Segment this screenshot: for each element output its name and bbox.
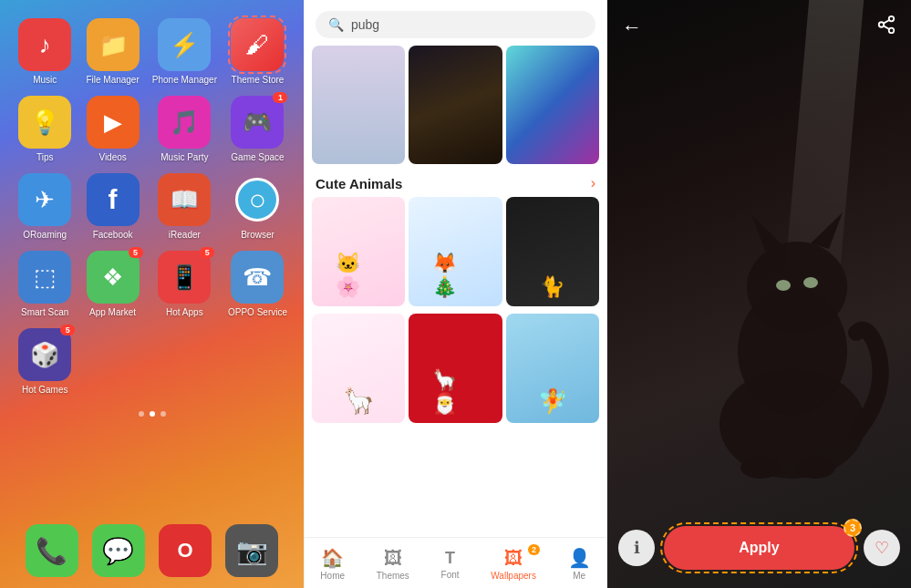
themes-nav-icon: 🖼 <box>384 548 402 569</box>
app-oroaming[interactable]: ✈ ORoaming <box>16 173 73 240</box>
info-button[interactable]: ℹ <box>618 530 655 566</box>
dock-opera[interactable]: O <box>159 524 212 577</box>
svg-point-9 <box>889 16 895 22</box>
bottom-navigation: 🏠 Home 🖼 Themes T Font 🖼 Wallpapers 2 👤 … <box>305 537 606 588</box>
dock-camera[interactable]: 📷 <box>225 524 278 577</box>
wallpaper-thumb-3[interactable] <box>506 46 599 164</box>
app-filemanager[interactable]: 📁 File Manager <box>84 18 140 85</box>
wallpaper-thumb-1[interactable] <box>312 46 405 164</box>
wallpaper-preview-screen: ← ℹ Apply 3 ♡ <box>607 0 911 588</box>
home-screen: ♪ Music 📁 File Manager ⚡ Phone Manager 🖌… <box>0 0 304 588</box>
cute-animal-5[interactable] <box>409 314 502 423</box>
wallpapers-badge: 2 <box>528 544 540 555</box>
heart-icon: ♡ <box>875 538 889 558</box>
app-gamespace[interactable]: 🎮 1 Game Space <box>228 96 287 162</box>
svg-point-8 <box>795 457 835 479</box>
app-phonemanager[interactable]: ⚡ Phone Manager <box>152 18 217 85</box>
svg-point-6 <box>803 277 818 288</box>
apply-button[interactable]: Apply 3 <box>664 526 854 570</box>
dock-bar: 📞 💬 O 📷 <box>0 524 304 577</box>
nav-me[interactable]: 👤 Me <box>568 547 591 581</box>
cute-animal-6[interactable] <box>506 314 599 423</box>
cute-animal-1[interactable] <box>312 197 405 306</box>
nav-font[interactable]: T Font <box>441 549 460 580</box>
dot-1[interactable] <box>139 411 144 417</box>
featured-wallpapers <box>305 46 606 164</box>
app-grid: ♪ Music 📁 File Manager ⚡ Phone Manager 🖌… <box>0 0 304 404</box>
app-tips[interactable]: 💡 Tips <box>16 96 73 162</box>
section-more-arrow[interactable]: › <box>591 175 595 191</box>
app-videos[interactable]: ▶ Videos <box>84 96 140 162</box>
app-appmarket[interactable]: ❖ 5 App Market <box>84 251 140 317</box>
app-themestore[interactable]: 🖌 Theme Store <box>228 18 287 85</box>
nav-home[interactable]: 🏠 Home <box>320 547 345 581</box>
wallpapers-nav-icon: 🖼 <box>504 548 523 569</box>
info-icon: ℹ <box>634 538 640 558</box>
svg-point-5 <box>776 280 791 291</box>
preview-header: ← <box>607 0 911 54</box>
svg-line-13 <box>884 20 889 24</box>
favorite-button[interactable]: ♡ <box>864 530 900 566</box>
home-nav-icon: 🏠 <box>321 547 344 569</box>
svg-point-11 <box>889 28 895 33</box>
search-bar[interactable]: 🔍 <box>316 11 595 38</box>
svg-point-2 <box>747 242 847 333</box>
app-musicparty[interactable]: 🎵 Music Party <box>152 96 217 162</box>
themestore-screen: 🔍 Cute Animals › 🏠 Home 🖼 Themes T Font <box>304 0 607 588</box>
cat-silhouette-image <box>656 132 911 497</box>
app-browser[interactable]: ○ Browser <box>228 173 287 240</box>
step-badge-3: 3 <box>844 519 862 537</box>
search-input[interactable] <box>351 17 583 32</box>
app-facebook[interactable]: f Facebook <box>84 173 140 240</box>
search-icon: 🔍 <box>328 17 344 32</box>
svg-line-12 <box>884 26 889 29</box>
app-opposervice[interactable]: ☎ OPPO Service <box>228 251 287 317</box>
svg-point-10 <box>879 22 885 27</box>
share-button[interactable] <box>876 15 896 39</box>
font-nav-icon: T <box>445 549 455 568</box>
app-hotgames[interactable]: 🎲 5 Hot Games <box>16 328 73 395</box>
preview-controls: ℹ Apply 3 ♡ <box>607 526 911 570</box>
app-hotapps[interactable]: 📱 5 Hot Apps <box>152 251 217 317</box>
wallpaper-thumb-2[interactable] <box>409 46 502 164</box>
page-dots <box>0 411 304 417</box>
dot-2[interactable] <box>150 411 155 417</box>
dot-3[interactable] <box>160 411 166 417</box>
nav-wallpapers[interactable]: 🖼 Wallpapers 2 <box>491 548 536 581</box>
cute-animal-4[interactable] <box>312 314 405 423</box>
cute-animal-3[interactable] <box>506 197 599 306</box>
svg-marker-4 <box>811 212 843 249</box>
nav-themes[interactable]: 🖼 Themes <box>377 548 409 581</box>
section-cute-animals: Cute Animals › <box>305 171 606 197</box>
dock-messages[interactable]: 💬 <box>92 524 145 577</box>
app-music[interactable]: ♪ Music <box>16 18 73 85</box>
me-nav-icon: 👤 <box>568 547 591 569</box>
cute-animals-wallpapers <box>305 197 606 423</box>
cute-animal-2[interactable] <box>409 197 502 306</box>
svg-point-7 <box>740 457 781 479</box>
app-smartscan[interactable]: ⬚ Smart Scan <box>16 251 73 317</box>
svg-marker-3 <box>751 214 783 251</box>
back-button[interactable]: ← <box>622 15 642 39</box>
app-ireader[interactable]: 📖 iReader <box>152 173 217 240</box>
dock-phone[interactable]: 📞 <box>26 524 78 577</box>
section-title: Cute Animals <box>316 176 402 191</box>
